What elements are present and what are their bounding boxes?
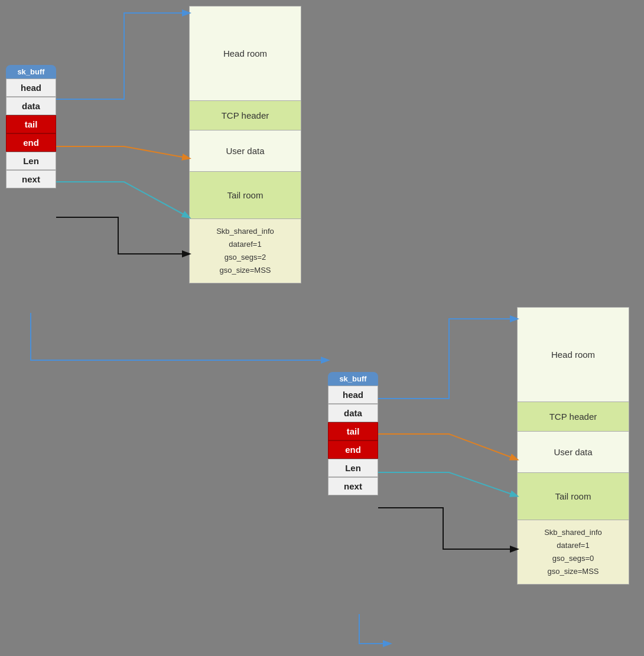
tail-arrow-bottom [378,472,517,496]
bottom-skbuff-tail: tail [328,422,378,440]
bottom-skbuff-len: Len [328,459,378,477]
bottom-skbuff-data: data [328,404,378,422]
top-memory-block: Head room TCP header User data Tail room… [189,6,301,283]
bottom-skbuff-head: head [328,386,378,404]
top-skbuff-tail: tail [6,115,56,133]
bottom-tail-room: Tail room [518,473,629,520]
top-skbuff-data: data [6,97,56,115]
top-skbuff-len: Len [6,152,56,170]
bottom-tcp-header: TCP header [518,402,629,432]
top-skbuff-next: next [6,170,56,188]
top-skbuff-head: head [6,79,56,97]
next-arrow [31,313,328,360]
head-arrow-top [56,13,189,99]
head-arrow-bottom [378,319,517,399]
end-arrow-top [56,217,189,254]
data-arrow-top [56,146,189,158]
bottom-skbuff-label: sk_buff [328,372,378,386]
bottom-skbuff-next: next [328,477,378,495]
top-tail-room: Tail room [190,172,301,219]
bottom-user-data: User data [518,432,629,473]
top-user-data: User data [190,130,301,172]
bottom-memory-block: Head room TCP header User data Tail room… [517,307,629,585]
bottom-shared-info: Skb_shared_infodataref=1gso_segs=0gso_si… [518,520,629,584]
bottom-skbuff-end: end [328,440,378,459]
bottom-skbuff: sk_buff head data tail end Len next [328,372,378,495]
top-head-room: Head room [190,6,301,101]
end-arrow-bottom [378,508,517,549]
bottom-head-room: Head room [518,308,629,402]
tail-arrow-top [56,182,189,217]
top-skbuff-end: end [6,133,56,152]
top-skbuff-label: sk_buff [6,65,56,79]
top-tcp-header: TCP header [190,101,301,130]
top-shared-info: Skb_shared_infodataref=1gso_segs=2gso_si… [190,219,301,283]
top-skbuff: sk_buff head data tail end Len next [6,65,56,188]
data-arrow-bottom [378,434,517,459]
next-arrow-bottom [359,614,390,644]
